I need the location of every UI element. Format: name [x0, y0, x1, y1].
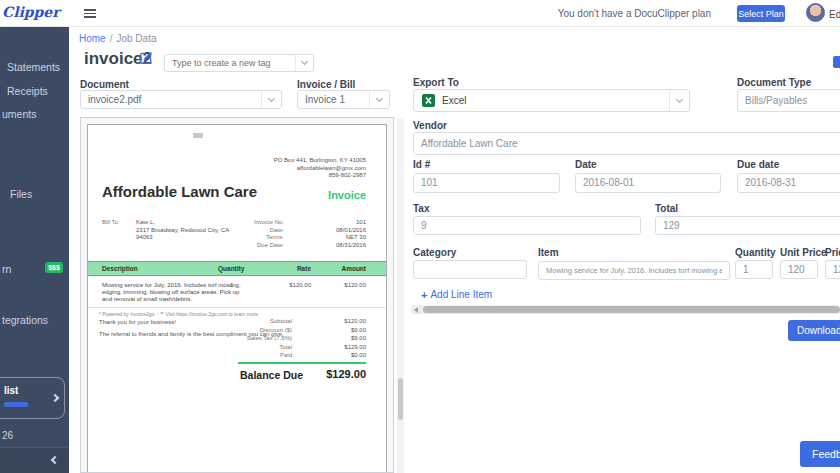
tax-input[interactable]	[413, 216, 641, 235]
category-label: Category	[413, 247, 456, 258]
checklist-chevron-icon[interactable]	[51, 394, 59, 402]
due-date-input[interactable]	[737, 173, 840, 193]
earn-badge: $$$	[45, 262, 63, 273]
pdf-balance-due-label: Balance Due	[240, 369, 303, 381]
pdf-thanks: Thank you for your business!	[99, 319, 176, 327]
sidebar-item-files[interactable]: Files	[10, 188, 32, 200]
preview-scrollbar[interactable]	[397, 118, 404, 473]
vendor-label: Vendor	[413, 120, 447, 131]
add-line-item-button[interactable]: + Add Line Item	[421, 289, 492, 300]
export-to-label: Export To	[413, 77, 459, 88]
pdf-divider	[88, 307, 386, 308]
document-chevron-icon[interactable]	[261, 91, 281, 108]
pdf-totals-labels: Subtotal Discount ($) Sales Tax (7.5%) T…	[247, 317, 292, 360]
pdf-bill-to-address: Kate L, 2317 Broadway, Redwood City, CA …	[136, 219, 229, 242]
pdf-line-item-quantity: 1	[230, 282, 233, 290]
export-to-select[interactable]: Excel	[413, 89, 690, 112]
due-date-label: Due date	[737, 159, 779, 170]
document-select[interactable]: invoice2.pdf	[80, 90, 282, 109]
sidebar-collapse-bar[interactable]	[0, 447, 69, 473]
date-label: Date	[575, 159, 597, 170]
pdf-line-item-amount: $120.00	[344, 282, 366, 290]
preview-scrollbar-thumb[interactable]	[398, 378, 403, 420]
category-input[interactable]	[413, 260, 527, 279]
avatar[interactable]	[806, 3, 825, 22]
unit-price-input[interactable]	[780, 260, 818, 279]
sidebar-item-earn[interactable]: rn	[2, 263, 11, 275]
unit-price-field[interactable]	[780, 259, 818, 278]
vendor-input[interactable]	[413, 132, 840, 155]
vendor-field[interactable]	[413, 132, 840, 155]
document-type-field[interactable]	[737, 89, 840, 112]
breadcrumb-separator: /	[110, 33, 113, 44]
category-field[interactable]	[413, 259, 527, 278]
form-horizontal-scrollbar[interactable]	[411, 305, 840, 314]
quantity-field[interactable]	[735, 259, 773, 278]
app-window: Clipper You don't have a DocuClipper pla…	[0, 0, 840, 473]
due-date-field[interactable]	[737, 172, 840, 192]
plus-icon: +	[421, 290, 427, 300]
pdf-company-name: Affordable Lawn Care	[102, 183, 257, 200]
invoice-bill-select-value: Invoice 1	[298, 94, 369, 105]
breadcrumb-current: Job Data	[116, 33, 156, 44]
breadcrumb: Home / Job Data	[79, 33, 157, 44]
sidebar-item-documents[interactable]: uments	[2, 108, 36, 120]
id-input[interactable]	[413, 173, 560, 193]
breadcrumb-home-link[interactable]: Home	[79, 33, 106, 44]
export-to-chevron-icon[interactable]	[669, 90, 689, 111]
scrollbar-thumb[interactable]	[423, 306, 840, 313]
invoice-bill-label: Invoice / Bill	[297, 79, 355, 90]
id-label: Id #	[413, 159, 430, 170]
pdf-meta-values: 101 08/01/2016 NET 30 08/31/2016	[336, 219, 366, 249]
invoice-bill-select[interactable]: Invoice 1	[297, 90, 390, 109]
sidebar-item-receipts[interactable]: Receipts	[7, 85, 48, 97]
top-header	[0, 0, 840, 27]
excel-icon	[422, 94, 435, 107]
scrollbar-left-arrow-icon[interactable]	[411, 305, 421, 314]
tag-dropdown-chevron-icon[interactable]	[295, 55, 313, 71]
total-field[interactable]	[655, 215, 840, 234]
tax-label: Tax	[413, 203, 430, 214]
sidebar-item-integrations[interactable]: tegrations	[2, 314, 48, 326]
checklist-card[interactable]: list	[0, 377, 65, 419]
pdf-bill-to-label: Bill To:	[102, 219, 120, 227]
pdf-table-header: Description Quantity Rate Amount	[88, 261, 386, 276]
hamburger-menu-icon[interactable]	[84, 7, 96, 20]
tag-text-input[interactable]	[165, 55, 295, 71]
price-input[interactable]	[825, 260, 840, 279]
download-excel-button[interactable]: Download Excel	[788, 320, 840, 341]
total-input[interactable]	[655, 216, 840, 235]
total-label: Total	[655, 203, 678, 214]
quantity-label: Quantity	[735, 247, 776, 258]
item-field[interactable]	[538, 259, 730, 278]
sidebar-item-statements[interactable]: Statements	[7, 61, 60, 73]
document-type-input[interactable]	[737, 89, 840, 112]
invoice-bill-chevron-icon[interactable]	[369, 91, 389, 108]
tax-field[interactable]	[413, 215, 641, 234]
item-input[interactable]	[538, 261, 730, 280]
pdf-doc-type: Invoice	[328, 189, 366, 201]
select-plan-button[interactable]: Select Plan	[737, 5, 785, 22]
collapse-chevron-icon[interactable]	[51, 456, 59, 464]
id-field[interactable]	[413, 172, 560, 192]
pdf-totals-values: $120.00 $0.00 $9.00 $129.00 $0.00	[344, 317, 366, 360]
pdf-meta-labels: Invoice No: Date: Terms: Due Date:	[254, 219, 284, 249]
price-field[interactable]	[825, 259, 840, 278]
pdf-preview-pane[interactable]: PO Box 441, Burlington, KY 41005 afforda…	[80, 117, 394, 473]
checklist-label: list	[4, 385, 18, 396]
pdf-footnote: * Powered by Invoice2go. - ** Visit http…	[99, 311, 258, 317]
quantity-input[interactable]	[735, 260, 773, 279]
pdf-line-item-rate: $120.00	[289, 282, 311, 290]
date-input[interactable]	[575, 173, 721, 193]
document-label: Document	[80, 79, 129, 90]
user-name[interactable]: Edu	[829, 9, 840, 20]
feedback-button[interactable]: Feedback	[800, 441, 840, 467]
item-label: Item	[538, 247, 559, 258]
edit-title-icon[interactable]	[139, 51, 153, 65]
pdf-vendor-address: PO Box 441, Burlington, KY 41005 afforda…	[274, 157, 366, 180]
date-field[interactable]	[575, 172, 721, 192]
clipped-toolbar-button[interactable]	[833, 56, 840, 68]
app-logo[interactable]: Clipper	[2, 4, 60, 20]
tag-input[interactable]	[164, 54, 314, 72]
price-label: Price	[825, 247, 840, 258]
